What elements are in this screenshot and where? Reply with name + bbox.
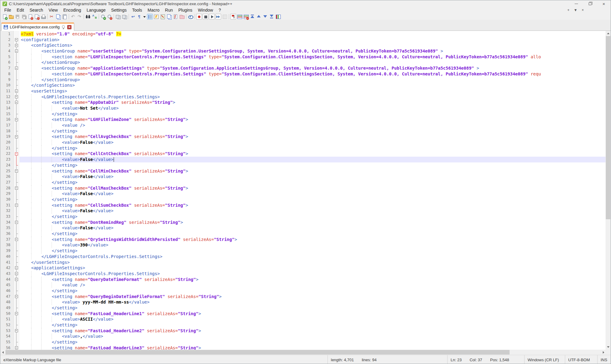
code-text[interactable]: <sectionGroup name="applicationSettings"… bbox=[20, 65, 606, 71]
code-text[interactable]: <setting name="AppDataDir" serializeAs="… bbox=[20, 100, 606, 105]
fold-marker[interactable] bbox=[14, 260, 20, 265]
fold-marker[interactable] bbox=[14, 185, 20, 191]
fold-marker[interactable] bbox=[14, 316, 20, 322]
close-tab-icon[interactable]: × bbox=[582, 7, 584, 13]
menu-item-window[interactable]: Window bbox=[195, 7, 216, 13]
goto-next-icon[interactable] bbox=[262, 14, 268, 20]
bookmark-flag-icon[interactable] bbox=[230, 14, 236, 20]
goto-last-icon[interactable] bbox=[269, 14, 275, 20]
fold-marker[interactable] bbox=[14, 191, 20, 197]
paste-icon[interactable] bbox=[62, 14, 68, 20]
code-text[interactable]: <value /> bbox=[20, 122, 606, 128]
monitoring-icon[interactable] bbox=[188, 14, 193, 20]
fold-marker[interactable] bbox=[14, 157, 20, 162]
menu-item-plugins[interactable]: Plugins bbox=[176, 7, 195, 13]
document-list-icon[interactable] bbox=[166, 14, 172, 20]
menu-item-help[interactable]: ? bbox=[216, 7, 224, 13]
fold-marker[interactable] bbox=[14, 248, 20, 254]
fold-marker[interactable] bbox=[14, 339, 20, 345]
fold-marker[interactable] bbox=[14, 220, 20, 225]
code-text[interactable]: </setting> bbox=[20, 288, 606, 294]
print-icon[interactable] bbox=[40, 14, 46, 20]
fold-marker[interactable] bbox=[14, 311, 20, 317]
replace-icon[interactable] bbox=[92, 14, 97, 20]
menu-item-settings[interactable]: Settings bbox=[108, 7, 130, 13]
restore-icon[interactable] bbox=[583, 0, 597, 7]
fold-marker[interactable] bbox=[14, 288, 20, 294]
fold-marker[interactable] bbox=[14, 174, 20, 180]
fold-marker[interactable] bbox=[14, 231, 20, 237]
code-text[interactable]: <value>ASCII</value> bbox=[20, 316, 606, 322]
zoom-out-icon[interactable] bbox=[107, 14, 112, 20]
fold-marker[interactable] bbox=[14, 237, 20, 242]
fold-marker[interactable] bbox=[14, 162, 20, 168]
code-text[interactable]: <configSections> bbox=[20, 42, 606, 48]
code-text[interactable]: </setting> bbox=[20, 111, 606, 117]
code-text[interactable]: <setting name="FastLoad_HeaderLine3" ser… bbox=[20, 345, 606, 350]
code-text[interactable]: <setting name="CellMinCheckBox" serializ… bbox=[20, 168, 606, 174]
word-wrap-icon[interactable] bbox=[130, 14, 136, 20]
fold-marker[interactable] bbox=[14, 151, 20, 157]
show-all-characters-icon[interactable] bbox=[137, 14, 142, 20]
script-icon[interactable] bbox=[173, 14, 178, 20]
fold-marker[interactable] bbox=[14, 145, 20, 151]
goto-prev-icon[interactable] bbox=[256, 14, 262, 20]
save-all-icon[interactable] bbox=[21, 14, 27, 20]
fold-marker[interactable] bbox=[14, 322, 20, 328]
macro-play-icon[interactable] bbox=[209, 14, 215, 20]
code-text[interactable]: <setting name="FastLoad_HeaderLine1" ser… bbox=[20, 311, 606, 317]
tab-lghfileinspector-config[interactable]: LGHFileInspector.exe.config ✕ bbox=[1, 23, 74, 31]
fold-marker[interactable] bbox=[14, 214, 20, 220]
indent-guide-icon[interactable] bbox=[147, 14, 153, 20]
code-text[interactable]: </sectionGroup> bbox=[20, 60, 606, 65]
open-file-icon[interactable] bbox=[8, 14, 14, 20]
fold-marker[interactable] bbox=[14, 128, 20, 134]
fold-marker[interactable] bbox=[14, 305, 20, 311]
code-text[interactable]: </configSections> bbox=[20, 82, 606, 88]
fold-marker[interactable] bbox=[14, 88, 20, 94]
menu-item-view[interactable]: View bbox=[46, 7, 60, 13]
close-icon[interactable]: × bbox=[597, 0, 611, 7]
code-text[interactable]: </setting> bbox=[20, 180, 606, 185]
fold-marker[interactable] bbox=[14, 271, 20, 277]
menu-item-macro[interactable]: Macro bbox=[145, 7, 162, 13]
pin-tab-icon[interactable] bbox=[61, 25, 65, 29]
code-text[interactable]: <setting name="LGHFileTimeZone" serializ… bbox=[20, 117, 606, 122]
menu-item-run[interactable]: Run bbox=[162, 7, 176, 13]
code-text[interactable]: <value>False</value> bbox=[20, 140, 606, 145]
code-text[interactable]: <LGHFileInspectorControls.Properties.Set… bbox=[20, 94, 606, 100]
code-text[interactable]: <setting name="FastLoad_HeaderLine2" ser… bbox=[20, 328, 606, 334]
code-text[interactable]: <section name="LGHFileInspectorControls.… bbox=[20, 71, 606, 77]
vertical-scrollbar-thumb[interactable] bbox=[606, 36, 610, 219]
code-text[interactable]: <userSettings> bbox=[20, 88, 606, 94]
code-text[interactable]: <setting name="DontRemindReg" serializeA… bbox=[20, 220, 606, 225]
code-text[interactable]: <applicationSettings> bbox=[20, 265, 606, 271]
menu-item-edit[interactable]: Edit bbox=[14, 7, 27, 13]
fold-marker[interactable] bbox=[14, 299, 20, 305]
menu-item-file[interactable]: File bbox=[2, 7, 14, 13]
code-text[interactable]: <LGHFileInspectorControls.Properties.Set… bbox=[20, 271, 606, 277]
close-file-icon[interactable] bbox=[27, 14, 33, 20]
fold-marker[interactable] bbox=[14, 117, 20, 122]
vertical-scrollbar[interactable] bbox=[606, 31, 611, 350]
code-text[interactable]: <setting name="CellCntCheckBox" serializ… bbox=[20, 151, 606, 157]
fold-marker[interactable] bbox=[14, 71, 20, 77]
code-text[interactable]: <value>390</value> bbox=[20, 242, 606, 248]
code-text[interactable]: <setting name="QueryBeginDateTimeFileFor… bbox=[20, 294, 606, 300]
code-text[interactable]: <setting name="QueryDateTimeFormat" seri… bbox=[20, 277, 606, 282]
code-text[interactable]: <setting name="CellMaxCheckBox" serializ… bbox=[20, 185, 606, 191]
save-icon[interactable] bbox=[15, 14, 20, 20]
close-all-icon[interactable] bbox=[34, 14, 40, 20]
code-text[interactable]: <value>,</value> bbox=[20, 333, 606, 339]
fold-marker[interactable] bbox=[14, 111, 20, 117]
find-icon[interactable] bbox=[85, 14, 91, 20]
code-text[interactable]: </setting> bbox=[20, 248, 606, 254]
undo-icon[interactable] bbox=[70, 14, 76, 20]
code-text[interactable]: <setting name="CellAvgCheckBox" serializ… bbox=[20, 134, 606, 140]
code-text[interactable]: <value>False</value> bbox=[20, 225, 606, 231]
code-text[interactable]: </setting> bbox=[20, 197, 606, 202]
menu-item-language[interactable]: Language bbox=[84, 7, 108, 13]
code-text[interactable]: </setting> bbox=[20, 162, 606, 168]
code-text[interactable]: <value>False</value> bbox=[20, 208, 606, 214]
fold-marker[interactable] bbox=[14, 328, 20, 334]
